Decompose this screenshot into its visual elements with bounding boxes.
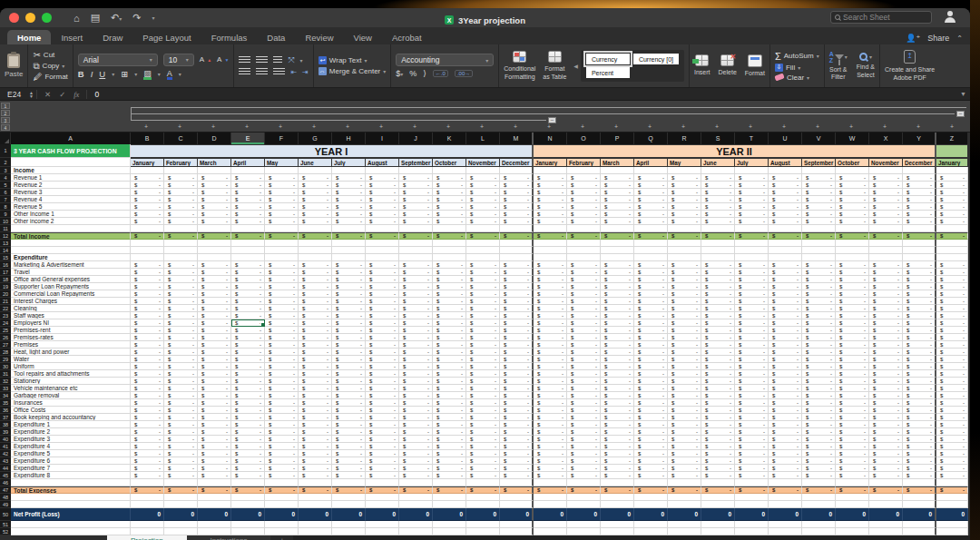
cell[interactable]: $- [265,334,299,341]
row-label-cell[interactable]: Uniform [11,363,131,370]
cell[interactable] [131,167,164,174]
cell[interactable] [668,501,701,508]
cell[interactable]: $- [903,276,936,283]
row-label-cell[interactable]: Expenditure 8 [11,472,131,479]
cell[interactable]: $- [433,174,466,182]
cell[interactable] [903,528,936,535]
cell[interactable]: $- [399,472,433,479]
cell[interactable] [903,167,936,174]
cell[interactable]: 0 [265,508,299,521]
cell[interactable]: $- [500,349,534,356]
expand-group-icon[interactable]: + [312,123,316,130]
cell[interactable] [869,528,903,535]
cell[interactable] [299,494,332,501]
cell[interactable] [198,501,231,508]
cell[interactable]: $- [567,421,601,428]
cell[interactable]: $- [164,356,198,363]
cell[interactable] [534,225,567,232]
cell[interactable]: $- [735,189,769,196]
cell[interactable]: $- [466,182,500,189]
cell[interactable]: $- [332,269,366,276]
cell[interactable] [466,247,500,254]
collapse-year1-button[interactable]: – [548,117,556,123]
cell[interactable]: $- [668,327,701,334]
cell[interactable]: $- [836,334,869,341]
cell[interactable]: $- [198,218,231,225]
cell[interactable]: $- [668,196,701,203]
align-center-icon[interactable] [256,68,268,76]
cell[interactable]: $- [601,334,634,341]
row-label-cell[interactable]: Stationery [11,378,131,385]
cell[interactable]: $- [332,349,366,356]
cell[interactable]: $- [769,196,802,203]
cell[interactable]: $- [131,182,164,189]
cell[interactable]: $- [869,428,903,436]
cell[interactable]: $- [802,276,836,283]
cell[interactable]: $- [131,443,164,450]
align-bottom-icon[interactable] [273,56,282,64]
row-label-cell[interactable]: Expenditure [11,254,131,261]
cell[interactable]: $- [601,450,634,457]
cell[interactable]: 0 [567,508,601,521]
cell[interactable] [701,521,735,528]
cell[interactable]: $- [332,276,366,283]
cell[interactable]: $- [634,341,668,349]
number-format-select[interactable]: Accounting▾ [396,54,494,66]
cell[interactable]: $- [936,312,968,319]
collapse-group-button[interactable]: – [956,111,965,117]
cell[interactable]: $- [634,232,668,240]
cell[interactable]: $- [433,378,466,385]
cell[interactable]: $- [366,261,399,269]
row-label-cell[interactable] [11,521,131,528]
cell[interactable]: $- [265,269,299,276]
cell[interactable]: $- [769,305,802,312]
cell[interactable]: $- [769,341,802,349]
cell[interactable]: $- [332,472,366,479]
merge-center-button[interactable]: ⇔Merge & Center▾ [318,67,386,75]
cell[interactable]: $- [701,370,735,378]
cell[interactable]: $- [836,305,869,312]
cell[interactable]: $- [131,428,164,436]
cell[interactable] [500,501,534,508]
cell[interactable]: $- [903,327,936,334]
cell[interactable]: $- [131,392,164,399]
cell[interactable] [869,521,903,528]
cell[interactable]: $- [265,276,299,283]
cell[interactable]: $- [534,378,567,385]
cell[interactable] [466,479,500,486]
cell[interactable]: $- [198,399,231,407]
expand-group-icon[interactable]: + [379,123,383,130]
cell[interactable]: $- [466,349,500,356]
cell[interactable]: 0 [534,508,567,521]
cell[interactable]: $- [936,363,968,370]
cell[interactable]: $- [567,305,601,312]
cell[interactable]: $- [366,378,399,385]
cell[interactable] [500,225,534,232]
cell[interactable]: $- [500,450,534,457]
cell[interactable]: $- [668,356,701,363]
cell[interactable]: $- [231,211,265,218]
cell[interactable]: 0 [131,508,164,521]
cell[interactable] [903,501,936,508]
row-label-cell[interactable]: Expenditure 7 [11,465,131,472]
cell[interactable]: $- [164,290,198,298]
row-label-cell[interactable]: Insurances [11,399,131,407]
cell[interactable]: $- [936,414,968,421]
cell[interactable]: $- [500,378,534,385]
cell[interactable]: $- [131,378,164,385]
cell[interactable]: $- [231,450,265,457]
cell[interactable] [802,501,836,508]
adobe-pdf-button[interactable]: Create and Share Adobe PDF [885,66,935,81]
redo-icon[interactable]: ↷ [132,12,141,24]
cell[interactable]: $- [836,421,869,428]
cell[interactable]: $- [634,428,668,436]
cell[interactable]: $- [265,341,299,349]
cell[interactable]: $- [668,305,701,312]
cell[interactable]: $- [802,182,836,189]
cell[interactable]: $- [198,349,231,356]
font-color-button[interactable]: A [167,69,172,78]
cell[interactable]: $- [735,334,769,341]
cell[interactable]: $- [265,174,299,182]
cell[interactable]: $- [399,211,433,218]
cell[interactable]: $- [836,349,869,356]
